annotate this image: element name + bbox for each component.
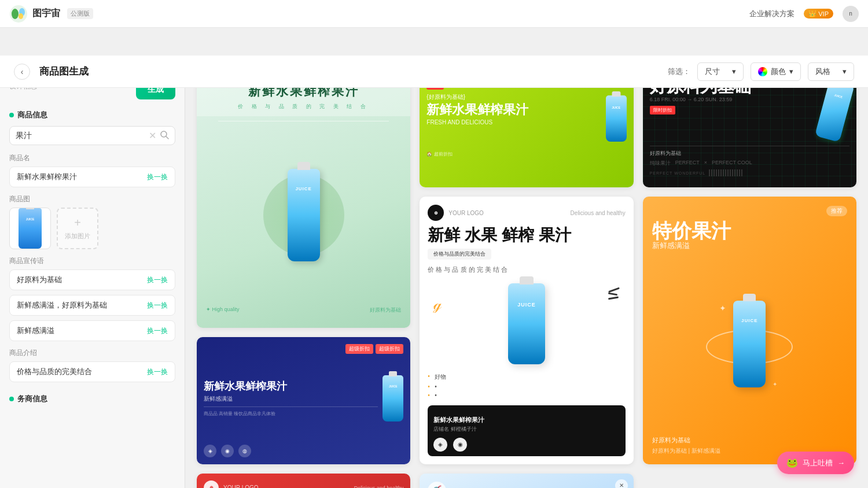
filter-style-button[interactable]: 风格 ▾ — [808, 62, 854, 81]
left-panel: 商品图生成 设计信息 生成 商品信息 ✕ 商品名 新鲜水果鲜榨果汁 换一换 — [0, 60, 185, 488]
card3-tagline: 好原料为基础 — [650, 150, 849, 157]
card5-sub: 新鲜感满溢 — [652, 241, 847, 251]
card6-table: 商品品 高销量 臻饮品商品非凡体验 — [204, 411, 378, 417]
user-avatar[interactable]: n — [843, 6, 859, 22]
slogan3-row: 新鲜感满溢 换一换 — [9, 320, 175, 341]
chevron-down-icon: ▾ — [843, 67, 847, 76]
slogan2-swap-button[interactable]: 换一换 — [147, 301, 168, 310]
search-input[interactable] — [16, 131, 145, 141]
close-icon: ✕ — [619, 482, 624, 488]
product-name-field: 商品名 新鲜水果鲜榨果汁 换一换 — [9, 153, 175, 187]
chat-arrow-icon: → — [837, 459, 845, 467]
card7-healthy: Delicious and healthy — [354, 485, 404, 488]
header-right: 企业解决方案 👑 VIP n — [749, 6, 859, 22]
vip-badge[interactable]: 👑 VIP — [804, 9, 833, 19]
card4-badge: 价格与品质的完美结合 — [428, 249, 491, 260]
card2-footer: 🏠 超前折扣 — [426, 146, 626, 157]
section-dot2-icon — [9, 397, 14, 401]
intro-label: 商品介绍 — [9, 348, 175, 358]
card-orange[interactable]: 推荐 特价果汁 新鲜感满溢 ✦ ✦ JUICE — [643, 197, 856, 464]
filter-size-button[interactable]: 尺寸 ▾ — [697, 62, 744, 81]
slogan3-value: 新鲜感满溢 — [17, 326, 147, 336]
chat-bubble[interactable]: 🐸 马上吐槽 → — [777, 452, 854, 474]
card4-healthy: Delicious and healthy — [571, 210, 626, 216]
card5-title: 特价果汁 — [652, 221, 847, 241]
card3-barcode-row: PERFECT WONDERFUL — [650, 169, 849, 176]
card-black[interactable]: 好原料为基础 6.18 FRI. 00:00 → 6.20 SUN. 23:59… — [643, 72, 856, 187]
card2-sub: FRESH AND DELICIOUS — [426, 119, 528, 125]
card-dark-blue[interactable]: 超级折扣 超级折扣 新鲜水果鲜榨果汁 新鲜感满溢 商品品 高销量 臻饮品商品非凡… — [197, 337, 410, 464]
slogan1-value: 好原料为基础 — [17, 275, 147, 285]
card8-close-button[interactable]: ✕ — [615, 479, 628, 488]
intro-swap-button[interactable]: 换一换 — [147, 367, 168, 377]
product-name-input-row: 新鲜水果鲜榨果汁 换一换 — [9, 167, 175, 187]
product-info-section: 商品信息 — [9, 110, 175, 120]
enterprise-link[interactable]: 企业解决方案 — [749, 9, 795, 19]
plus-icon: + — [74, 216, 81, 230]
chat-emoji-icon: 🐸 — [786, 457, 798, 468]
app-logo-icon — [9, 5, 28, 23]
slogan2-row: 新鲜感满溢，好原料为基础 换一换 — [9, 295, 175, 316]
search-clear-button[interactable]: ✕ — [149, 131, 156, 141]
back-button[interactable]: ‹ — [14, 64, 30, 80]
card4-sub: 价 格 与 品 质 的 完 美 结 合 — [428, 265, 625, 274]
card6-badge-row: 超级折扣 超级折扣 — [204, 344, 403, 357]
card-white[interactable]: ⊕ YOUR LOGO Delicious and healthy 新鲜 水果 … — [420, 197, 633, 464]
search-icon[interactable] — [160, 130, 169, 141]
product-image-field: 商品图 JUICE + 添加图片 — [9, 194, 175, 249]
card4-logo-icon: ⊕ — [434, 210, 438, 216]
business-info-section: 务商信息 — [9, 394, 175, 404]
product-name-swap-button[interactable]: 换一换 — [147, 172, 168, 182]
card1-tagline: ✦ High quality — [206, 306, 240, 314]
card6-badge1: 超级折扣 — [345, 344, 373, 354]
card4-icons: ◈ ◉ — [433, 438, 619, 452]
chevron-left-icon: ‹ — [21, 67, 24, 76]
slogan1-swap-button[interactable]: 换一换 — [147, 275, 168, 285]
card6-icon1: ◈ — [204, 445, 216, 457]
card4-brand: YOUR LOGO — [448, 210, 484, 216]
filter-color-button[interactable]: 颜色 ▾ — [751, 62, 801, 81]
card4-features: 好物 • • — [428, 373, 625, 398]
card6-icon2: ◉ — [221, 445, 234, 457]
card6-sub: 新鲜感满溢 — [204, 395, 378, 403]
card-green-nature[interactable]: 新鲜水果鲜榨果汁 价 格 与 品 质 的 完 美 结 合 JUICE — [197, 72, 410, 328]
app-name: 图宇宙 — [32, 8, 60, 20]
card8-icon: 🥤 — [428, 482, 446, 488]
card4-logo-row: ⊕ YOUR LOGO Delicious and healthy — [428, 205, 625, 221]
card5-tag: 推荐 — [826, 206, 847, 216]
cup-icon: 🥤 — [431, 485, 443, 488]
card2-title: 新鲜水果鲜榨果汁 — [426, 103, 528, 117]
chat-bubble-text: 马上吐槽 — [803, 458, 833, 468]
card-lime[interactable]: 特价 {好原料为基础} 新鲜水果鲜榨果汁 FRESH AND DELICIOUS… — [420, 72, 633, 187]
card7-logo-row: ⊕ YOUR LOGO Delicious and healthy — [204, 480, 403, 488]
beta-badge: 公测版 — [67, 8, 93, 19]
intro-value: 价格与品质的完美结合 — [17, 367, 147, 377]
search-box[interactable]: ✕ — [9, 126, 175, 145]
sub-header: ‹ 商品图生成 筛选： 尺寸 ▾ 颜色 ▾ 风格 ▾ — [0, 56, 868, 88]
card3-badge: 限时折扣 — [650, 106, 675, 114]
add-image-button[interactable]: + 添加图片 — [57, 208, 98, 249]
card2-sub-top: {好原料为基础} — [426, 93, 528, 101]
svg-point-1 — [12, 9, 19, 19]
crown-icon: 👑 — [808, 10, 816, 17]
page-title: 商品图生成 — [39, 65, 89, 78]
slogan2-value: 新鲜感满溢，好原料为基础 — [17, 300, 147, 310]
card1-subtitle: 价 格 与 品 质 的 完 美 结 合 — [204, 103, 403, 110]
color-circle-icon — [758, 67, 767, 76]
card6-icons: ◈ ◉ ◍ — [204, 440, 403, 457]
main-content: 商品图生成 设计信息 生成 商品信息 ✕ 商品名 新鲜水果鲜榨果汁 换一换 — [0, 60, 868, 488]
card-red[interactable]: ⊕ YOUR LOGO Delicious and healthy 新鲜水果鲜榨… — [197, 474, 410, 488]
card4-title: 新鲜 水果 鲜榨 果汁 — [428, 227, 625, 245]
card-sky-blue[interactable]: 🥤 好原料为基础 与你一样，凡事不将就 价格与品质的完美结合 JUICE NEW — [420, 474, 633, 488]
slogan1-row: 好原料为基础 换一换 — [9, 269, 175, 290]
chevron-down-icon: ▾ — [789, 67, 793, 76]
filter-label: 筛选： — [668, 66, 690, 77]
slogan3-swap-button[interactable]: 换一换 — [147, 326, 168, 336]
section-dot-icon — [9, 113, 14, 117]
slogan-label: 商品宣传语 — [9, 256, 175, 266]
card4-store-badge: 新鲜水果鲜榨果汁 店铺名 鲜橙橘子汁 ◈ ◉ — [428, 405, 625, 456]
card4-icon1: ◈ — [433, 438, 447, 452]
card3-footer: 纯味果汁PERFECT×PERFECT COOL — [650, 160, 849, 167]
intro-row: 价格与品质的完美结合 换一换 — [9, 361, 175, 382]
product-image-thumb[interactable]: JUICE — [9, 208, 51, 249]
